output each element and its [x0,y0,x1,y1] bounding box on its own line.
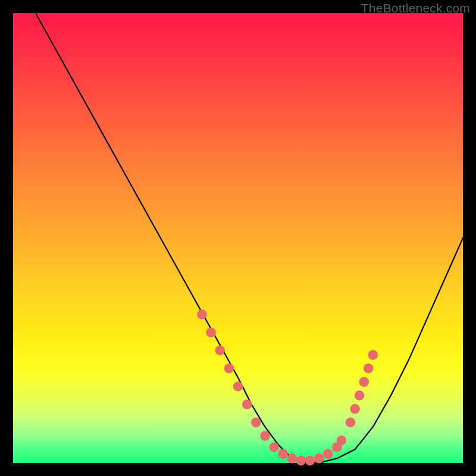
highlight-dot [337,436,347,446]
highlight-dot [359,377,369,387]
highlight-dot [296,456,306,466]
bottleneck-curve [36,13,463,463]
chart-svg-layer [13,13,463,463]
highlight-dot [233,381,243,392]
chart-plot-area [13,13,463,463]
highlight-dot [287,453,297,464]
highlight-dot [242,399,252,409]
highlight-dot [323,449,333,459]
highlight-dot-group [197,309,378,465]
highlight-dot [314,453,324,464]
watermark-text: TheBottleneck.com [361,1,470,15]
highlight-dot [269,442,279,452]
chart-frame: TheBottleneck.com [0,0,476,476]
highlight-dot [260,431,270,441]
highlight-dot [206,328,216,338]
highlight-dot [355,390,365,400]
highlight-dot [346,418,356,428]
highlight-dot [305,456,315,466]
highlight-dot [224,364,234,374]
highlight-dot [197,309,207,320]
highlight-dot [251,418,261,428]
highlight-dot [215,346,226,356]
highlight-dot [350,404,360,414]
highlight-dot [368,350,378,360]
highlight-dot [278,449,288,459]
highlight-dot [364,364,374,374]
